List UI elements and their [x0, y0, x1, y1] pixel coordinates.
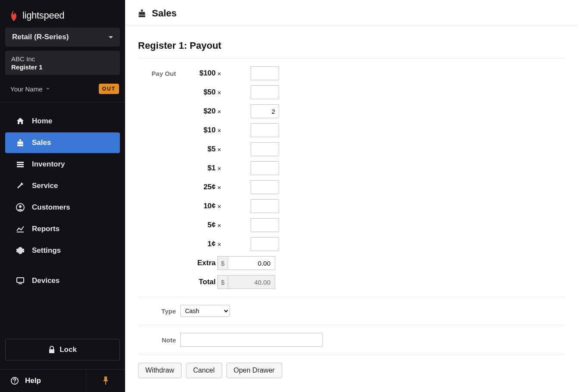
- open-drawer-button[interactable]: Open Drawer: [226, 363, 282, 378]
- svg-rect-1: [19, 139, 21, 141]
- page-content: Register 1: Payout Pay Out$100× $50× $20…: [125, 25, 578, 392]
- nav-label: Devices: [32, 276, 60, 285]
- svg-rect-0: [17, 144, 23, 146]
- denom-input-1c[interactable]: [251, 237, 279, 251]
- page-header: Sales: [125, 0, 578, 25]
- svg-point-12: [14, 383, 15, 383]
- denom-label-10c: 10¢: [180, 202, 216, 210]
- chevron-down-icon: [109, 36, 113, 38]
- nav-label: Sales: [32, 138, 51, 147]
- chart-icon: [16, 225, 25, 233]
- type-section: Type Cash: [138, 297, 565, 325]
- type-select[interactable]: Cash: [180, 305, 230, 317]
- svg-rect-13: [105, 381, 106, 385]
- x-mark: ×: [217, 165, 221, 172]
- pin-icon: [102, 376, 109, 385]
- page-title: Sales: [152, 8, 177, 19]
- product-dropdown[interactable]: Retail (R-Series): [5, 28, 120, 47]
- denom-input-5[interactable]: [251, 142, 279, 156]
- x-mark: ×: [217, 70, 221, 77]
- x-mark: ×: [217, 108, 221, 115]
- lock-button[interactable]: Lock: [5, 339, 120, 361]
- flame-icon: [9, 9, 19, 22]
- nav-settings[interactable]: Settings: [5, 240, 120, 261]
- denom-input-10[interactable]: [251, 123, 279, 137]
- user-row: Your Name OUT: [0, 81, 125, 102]
- currency-prefix: $: [217, 275, 228, 289]
- denom-label-50: $50: [180, 88, 216, 97]
- pin-button[interactable]: [86, 370, 125, 392]
- user-name-label: Your Name: [10, 85, 43, 93]
- nav-service[interactable]: Service: [5, 176, 120, 196]
- page-subtitle: Register 1: Payout: [138, 40, 565, 59]
- x-mark: ×: [217, 184, 221, 191]
- product-label: Retail (R-Series): [12, 33, 69, 41]
- extra-input[interactable]: [228, 256, 275, 270]
- total-output: [228, 275, 275, 289]
- svg-rect-15: [141, 9, 143, 11]
- denom-input-10c[interactable]: [251, 199, 279, 213]
- buttons-section: Withdraw Cancel Open Drawer: [138, 355, 565, 386]
- register-icon: [137, 9, 147, 18]
- brand-name: lightspeed: [22, 10, 64, 21]
- payout-section: Pay Out$100× $50× $20× $10× $5× $1× 25¢×…: [138, 59, 565, 297]
- register-icon: [16, 138, 25, 147]
- withdraw-button[interactable]: Withdraw: [138, 363, 182, 378]
- denom-input-1[interactable]: [251, 161, 279, 175]
- denom-label-25c: 25¢: [180, 183, 216, 191]
- help-label: Help: [25, 376, 41, 385]
- lock-label: Lock: [60, 345, 77, 354]
- nav-inventory[interactable]: Inventory: [5, 154, 120, 175]
- svg-rect-8: [17, 278, 24, 282]
- nav-home[interactable]: Home: [5, 111, 120, 132]
- currency-prefix: $: [217, 256, 228, 270]
- nav-reports[interactable]: Reports: [5, 219, 120, 239]
- nav-devices[interactable]: Devices: [5, 270, 120, 291]
- denom-label-1c: 1¢: [180, 240, 216, 248]
- clock-out-badge[interactable]: OUT: [99, 84, 119, 94]
- svg-rect-10: [49, 349, 54, 353]
- main-content: Sales Register 1: Payout Pay Out$100× $5…: [125, 0, 578, 392]
- chevron-down-icon: [46, 88, 50, 90]
- denom-input-100[interactable]: [251, 66, 279, 80]
- denom-input-20[interactable]: [251, 104, 279, 118]
- register-name: Register 1: [11, 63, 114, 71]
- nav-sales[interactable]: Sales: [5, 132, 120, 153]
- denom-input-25c[interactable]: [251, 180, 279, 194]
- nav-customers[interactable]: Customers: [5, 197, 120, 218]
- inventory-icon: [16, 160, 25, 169]
- sidebar-footer: Help: [0, 369, 125, 392]
- svg-rect-14: [138, 15, 145, 17]
- nav-label: Home: [32, 117, 52, 125]
- denom-input-5c[interactable]: [251, 218, 279, 232]
- home-icon: [16, 117, 25, 125]
- x-mark: ×: [217, 222, 221, 229]
- nav-label: Service: [32, 182, 58, 190]
- denom-label-5c: 5¢: [180, 221, 216, 229]
- hammer-icon: [16, 182, 25, 190]
- x-mark: ×: [217, 241, 221, 248]
- help-button[interactable]: Help: [0, 370, 86, 392]
- lock-icon: [48, 346, 55, 354]
- note-input[interactable]: [180, 333, 323, 347]
- company-register-box[interactable]: ABC Inc Register 1: [5, 51, 120, 75]
- x-mark: ×: [217, 203, 221, 210]
- nav-label: Reports: [32, 225, 60, 233]
- type-label: Type: [138, 307, 176, 315]
- x-mark: ×: [217, 146, 221, 153]
- svg-rect-2: [17, 162, 24, 163]
- nav-label: Settings: [32, 246, 61, 255]
- cancel-button[interactable]: Cancel: [186, 363, 222, 378]
- svg-rect-4: [17, 166, 24, 167]
- svg-rect-3: [17, 164, 24, 165]
- note-label: Note: [138, 336, 176, 344]
- brand-logo: lightspeed: [0, 0, 125, 28]
- denom-input-50[interactable]: [251, 85, 279, 99]
- user-circle-icon: [16, 203, 25, 212]
- denom-label-100: $100: [180, 69, 216, 78]
- nav-label: Customers: [32, 203, 70, 212]
- extra-label: Extra: [180, 259, 216, 267]
- gear-icon: [16, 246, 25, 255]
- denom-label-5: $5: [180, 145, 216, 154]
- user-dropdown[interactable]: Your Name: [10, 85, 50, 93]
